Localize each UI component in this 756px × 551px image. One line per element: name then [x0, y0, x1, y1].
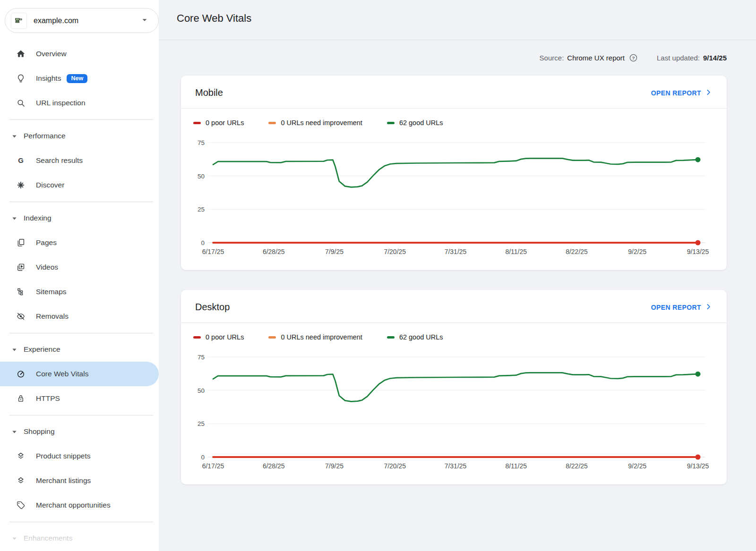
svg-text:9/13/25: 9/13/25 [687, 462, 709, 470]
new-badge: New [67, 74, 87, 83]
main-content: Core Web Vitals Source: Chrome UX report… [159, 0, 756, 551]
open-report-button-mobile[interactable]: OPEN REPORT [651, 88, 713, 98]
sidebar-nav: Overview Insights New URL inspection [0, 33, 159, 551]
chart-legend-desktop: 0 poor URLs 0 URLs need improvement 62 g… [181, 323, 727, 342]
divider [9, 415, 153, 415]
svg-text:8/11/25: 8/11/25 [505, 248, 527, 255]
caret-down-icon [11, 133, 18, 139]
sitemap-icon [16, 287, 26, 297]
help-icon[interactable]: ? [629, 53, 638, 62]
caret-down-icon [11, 346, 18, 353]
svg-text:6/17/25: 6/17/25 [202, 248, 224, 255]
svg-text:25: 25 [198, 420, 205, 427]
video-library-icon [16, 263, 26, 272]
caret-down-icon [11, 535, 18, 542]
home-icon [16, 49, 26, 59]
sidebar-item-overview[interactable]: Overview [0, 42, 159, 66]
svg-text:8/22/25: 8/22/25 [566, 248, 588, 255]
sidebar-item-merchant-opportunities[interactable]: Merchant opportunities [0, 493, 159, 517]
chart-legend-mobile: 0 poor URLs 0 URLs need improvement 62 g… [181, 109, 727, 127]
chevron-down-icon [139, 15, 150, 27]
desktop-card: Desktop OPEN REPORT 0 poor URLs 0 URLs n… [181, 290, 727, 484]
svg-text:0: 0 [201, 454, 205, 461]
asterisk-icon [16, 180, 26, 190]
svg-text:7/31/25: 7/31/25 [445, 248, 467, 255]
legend-swatch-poor [193, 122, 201, 124]
sidebar-item-search-results[interactable]: G Search results [0, 148, 159, 173]
divider [9, 202, 153, 202]
divider [9, 522, 153, 522]
section-performance[interactable]: Performance [0, 124, 159, 148]
search-icon [16, 98, 26, 108]
mobile-card: Mobile OPEN REPORT 0 poor URLs 0 URLs ne… [181, 76, 727, 270]
section-experience[interactable]: Experience [0, 337, 159, 362]
source-label: Source: [540, 54, 564, 62]
svg-text:25: 25 [198, 206, 205, 213]
open-report-button-desktop[interactable]: OPEN REPORT [651, 303, 713, 312]
sidebar-item-discover[interactable]: Discover [0, 173, 159, 197]
line-chart-desktop[interactable]: 02550756/17/256/28/257/9/257/20/257/31/2… [181, 342, 727, 484]
card-title-desktop: Desktop [195, 302, 230, 313]
svg-text:?: ? [632, 55, 635, 60]
page-title: Core Web Vitals [177, 12, 756, 25]
svg-text:8/11/25: 8/11/25 [505, 462, 527, 470]
source-value: Chrome UX report [567, 54, 625, 62]
svg-text:G: G [18, 156, 24, 164]
google-g-icon: G [16, 156, 26, 165]
legend-item-poor: 0 poor URLs [193, 119, 244, 127]
sidebar-item-sitemaps[interactable]: Sitemaps [0, 280, 159, 304]
pages-icon [16, 238, 26, 247]
line-chart-mobile[interactable]: 02550756/17/256/28/257/9/257/20/257/31/2… [181, 127, 727, 270]
lock-icon [16, 394, 26, 403]
section-shopping[interactable]: Shopping [0, 419, 159, 444]
svg-text:9/2/25: 9/2/25 [628, 462, 646, 470]
sidebar-item-core-web-vitals[interactable]: Core Web Vitals [0, 362, 159, 386]
card-title-mobile: Mobile [195, 87, 223, 98]
sidebar-item-merchant-listings[interactable]: Merchant listings [0, 468, 159, 493]
svg-text:7/31/25: 7/31/25 [445, 462, 467, 470]
svg-text:7/9/25: 7/9/25 [325, 248, 344, 255]
last-updated-value: 9/14/25 [703, 54, 727, 62]
svg-text:9/13/25: 9/13/25 [687, 248, 709, 255]
sidebar: example.com Overview Insights New [0, 0, 159, 551]
lightbulb-icon [16, 74, 26, 83]
sidebar-item-url-inspection[interactable]: URL inspection [0, 91, 159, 115]
svg-text:6/28/25: 6/28/25 [263, 462, 285, 470]
report-meta: Source: Chrome UX report ? Last updated:… [159, 40, 756, 64]
legend-swatch-poor [193, 336, 201, 339]
section-indexing[interactable]: Indexing [0, 206, 159, 230]
divider [9, 333, 153, 333]
svg-text:6/17/25: 6/17/25 [202, 462, 224, 470]
legend-item-good: 62 good URLs [387, 333, 443, 341]
legend-swatch-needs-improvement [268, 336, 276, 339]
sidebar-item-pages[interactable]: Pages [0, 230, 159, 255]
sidebar-item-product-snippets[interactable]: Product snippets [0, 444, 159, 468]
sidebar-item-insights[interactable]: Insights New [0, 66, 159, 91]
legend-swatch-good [387, 122, 395, 124]
svg-text:7/20/25: 7/20/25 [384, 248, 406, 255]
svg-text:6/28/25: 6/28/25 [263, 248, 285, 255]
desktop-card-header: Desktop OPEN REPORT [181, 290, 727, 323]
legend-item-needs-improvement: 0 URLs need improvement [268, 333, 362, 341]
property-domain: example.com [34, 17, 139, 25]
svg-text:50: 50 [198, 173, 205, 180]
svg-text:75: 75 [198, 354, 205, 361]
divider [9, 119, 153, 120]
layers-icon [16, 451, 26, 461]
layers-icon [16, 476, 26, 485]
svg-text:50: 50 [198, 387, 205, 394]
gauge-icon [16, 369, 26, 379]
sidebar-item-https[interactable]: HTTPS [0, 386, 159, 411]
property-selector[interactable]: example.com [5, 8, 159, 33]
chevron-right-icon [704, 88, 713, 98]
chevron-right-icon [704, 303, 713, 312]
svg-text:0: 0 [201, 239, 205, 246]
caret-down-icon [11, 428, 18, 435]
legend-swatch-good [387, 336, 395, 339]
section-enhancements[interactable]: Enhancements [0, 526, 159, 551]
legend-item-good: 62 good URLs [387, 119, 443, 127]
legend-item-poor: 0 poor URLs [193, 333, 244, 341]
svg-text:9/2/25: 9/2/25 [628, 248, 646, 255]
sidebar-item-removals[interactable]: Removals [0, 304, 159, 329]
sidebar-item-videos[interactable]: Videos [0, 255, 159, 280]
